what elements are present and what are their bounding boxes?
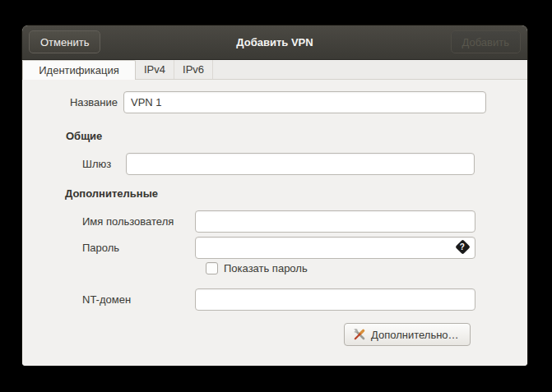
gateway-label: Шлюз: [82, 153, 111, 175]
add-button-disabled[interactable]: Добавить: [451, 30, 521, 53]
advanced-dialog-button[interactable]: Дополнительно…: [344, 323, 471, 346]
username-input[interactable]: [195, 210, 475, 233]
show-password-row: Показать пароль: [206, 262, 308, 274]
show-password-label[interactable]: Показать пароль: [224, 262, 308, 274]
tab-ipv4[interactable]: IPv4: [136, 60, 174, 79]
name-input[interactable]: [123, 91, 486, 113]
titlebar: Добавить VPN Отменить Добавить: [22, 25, 527, 60]
add-vpn-dialog: Добавить VPN Отменить Добавить Идентифик…: [22, 25, 527, 366]
gateway-input[interactable]: [126, 153, 475, 175]
password-entry-wrap: ?: [195, 237, 475, 259]
nt-domain-label: NT-домен: [82, 288, 131, 311]
password-label: Пароль: [82, 237, 119, 259]
advanced-dialog-button-label: Дополнительно…: [371, 329, 459, 341]
nt-domain-input[interactable]: [195, 288, 475, 311]
show-password-checkbox[interactable]: [206, 262, 218, 274]
tab-ipv6[interactable]: IPv6: [174, 60, 213, 79]
username-label: Имя пользователя: [82, 210, 174, 233]
tab-identity[interactable]: Идентификация: [22, 60, 136, 80]
crossed-tools-icon: [353, 328, 366, 341]
password-input[interactable]: [195, 237, 475, 259]
name-label: Название: [58, 91, 118, 113]
general-section-heading: Общие: [66, 130, 102, 142]
identity-page: Название Общие Шлюз Дополнительные Имя п…: [22, 80, 527, 366]
cancel-button[interactable]: Отменить: [29, 30, 100, 53]
tab-bar: Идентификация IPv4 IPv6: [22, 60, 527, 80]
advanced-section-heading: Дополнительные: [65, 187, 158, 200]
